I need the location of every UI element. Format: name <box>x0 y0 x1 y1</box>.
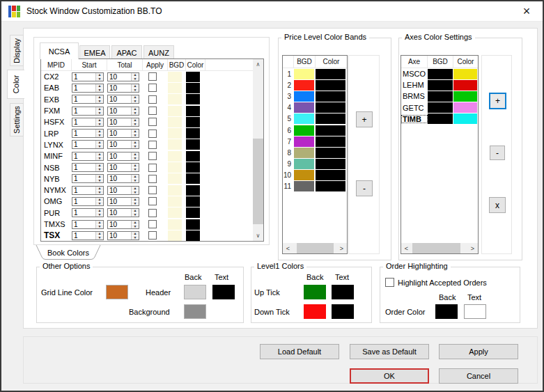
color-swatch[interactable] <box>186 196 200 207</box>
start-spinner[interactable]: 1▲▼ <box>72 107 104 116</box>
bgd-swatch[interactable] <box>168 139 182 150</box>
color-swatch[interactable] <box>186 117 200 127</box>
spin-down-icon[interactable]: ▼ <box>132 77 139 81</box>
start-spinner[interactable]: 1▲▼ <box>72 72 104 81</box>
band-bgd-swatch[interactable] <box>294 91 314 102</box>
header-text-swatch[interactable] <box>212 285 235 299</box>
color-swatch[interactable] <box>186 151 200 162</box>
up-tick-text-swatch[interactable] <box>332 285 354 299</box>
color-swatch[interactable] <box>186 230 200 241</box>
scrollbar-track[interactable] <box>412 243 467 253</box>
apply-checkbox[interactable] <box>148 164 157 172</box>
axe-color-swatch[interactable] <box>453 102 477 113</box>
axe-bgd-swatch[interactable] <box>428 113 453 124</box>
cancel-button[interactable]: Cancel <box>439 368 518 384</box>
apply-checkbox[interactable] <box>148 175 157 183</box>
price-band-row[interactable]: 3 <box>283 91 347 102</box>
spin-down-icon[interactable]: ▼ <box>132 225 139 228</box>
start-spinner[interactable]: 1▲▼ <box>72 152 104 161</box>
spin-down-icon[interactable]: ▼ <box>132 123 139 126</box>
axes-row[interactable]: GETC <box>401 102 478 113</box>
total-spinner[interactable]: 10▲▼ <box>107 140 139 149</box>
band-bgd-swatch[interactable] <box>294 181 314 191</box>
axes-hscrollbar[interactable]: < > <box>401 243 478 253</box>
apply-checkbox[interactable] <box>148 72 157 81</box>
tab-settings[interactable]: Settings <box>10 103 24 136</box>
spin-down-icon[interactable]: ▼ <box>132 191 139 194</box>
ok-button[interactable]: OK <box>350 368 429 384</box>
spin-down-icon[interactable]: ▼ <box>96 236 103 240</box>
tab-display[interactable]: Display <box>10 35 24 66</box>
axe-color-swatch[interactable] <box>453 69 477 79</box>
band-bgd-swatch[interactable] <box>294 102 314 113</box>
price-band-row[interactable]: 9 <box>283 159 347 170</box>
color-swatch[interactable] <box>186 83 200 93</box>
band-bgd-swatch[interactable] <box>294 148 314 158</box>
axes-row[interactable]: LEHM <box>401 79 478 91</box>
apply-checkbox[interactable] <box>148 231 157 240</box>
scroll-left-icon[interactable]: < <box>401 243 412 253</box>
band-bgd-swatch[interactable] <box>294 80 314 91</box>
price-band-row[interactable]: 4 <box>283 102 347 113</box>
price-band-row[interactable]: 7 <box>283 136 347 147</box>
start-spinner[interactable]: 1▲▼ <box>72 118 104 127</box>
total-spinner[interactable]: 10▲▼ <box>107 72 139 81</box>
start-spinner[interactable]: 1▲▼ <box>72 186 104 195</box>
bgd-swatch[interactable] <box>168 185 182 196</box>
start-spinner[interactable]: 1▲▼ <box>72 140 104 149</box>
bgd-swatch[interactable] <box>168 94 182 104</box>
tab-color[interactable]: Color <box>7 70 24 99</box>
total-spinner[interactable]: 10▲▼ <box>107 107 139 116</box>
band-color-swatch[interactable] <box>316 69 345 79</box>
bgd-swatch[interactable] <box>168 151 182 162</box>
band-bgd-swatch[interactable] <box>294 159 314 169</box>
total-spinner[interactable]: 10▲▼ <box>107 208 139 217</box>
axes-row[interactable]: TIMB <box>401 113 478 125</box>
tab-apac[interactable]: APAC <box>111 45 142 59</box>
apply-checkbox[interactable] <box>148 197 157 205</box>
spin-down-icon[interactable]: ▼ <box>96 168 103 171</box>
total-spinner[interactable]: 10▲▼ <box>107 197 139 206</box>
band-bgd-swatch[interactable] <box>294 125 314 136</box>
close-icon[interactable]: × <box>519 3 534 19</box>
axe-bgd-swatch[interactable] <box>428 102 453 113</box>
spin-down-icon[interactable]: ▼ <box>96 77 103 81</box>
down-tick-back-swatch[interactable] <box>304 304 326 319</box>
spin-down-icon[interactable]: ▼ <box>96 88 103 92</box>
bgd-swatch[interactable] <box>168 83 182 93</box>
band-color-swatch[interactable] <box>316 136 345 147</box>
start-spinner[interactable]: 1▲▼ <box>72 84 104 93</box>
color-swatch[interactable] <box>186 128 200 139</box>
spin-down-icon[interactable]: ▼ <box>132 179 139 182</box>
up-tick-back-swatch[interactable] <box>304 285 326 299</box>
total-spinner[interactable]: 10▲▼ <box>107 129 139 138</box>
scroll-left-icon[interactable]: < <box>283 243 293 253</box>
axe-color-swatch[interactable] <box>453 80 477 91</box>
color-swatch[interactable] <box>186 139 200 150</box>
scrollbar-thumb[interactable] <box>412 243 460 253</box>
band-color-swatch[interactable] <box>316 102 345 113</box>
spin-down-icon[interactable]: ▼ <box>96 111 103 115</box>
order-color-text-swatch[interactable] <box>464 304 486 319</box>
color-swatch[interactable] <box>186 162 200 173</box>
scroll-down-icon[interactable]: ∨ <box>253 230 263 241</box>
total-spinner[interactable]: 10▲▼ <box>107 163 139 172</box>
price-band-row[interactable]: 2 <box>283 79 347 91</box>
band-bgd-swatch[interactable] <box>294 170 314 180</box>
scrollbar-track[interactable] <box>253 70 263 230</box>
spin-down-icon[interactable]: ▼ <box>96 134 103 137</box>
price-band-row[interactable]: 1 <box>283 68 347 79</box>
axes-remove-button[interactable]: - <box>490 146 505 160</box>
color-swatch[interactable] <box>186 185 200 196</box>
spin-down-icon[interactable]: ▼ <box>96 202 103 205</box>
save-as-default-button[interactable]: Save as Default <box>350 344 429 359</box>
band-color-swatch[interactable] <box>316 91 345 102</box>
axes-add-button[interactable]: + <box>489 93 506 109</box>
total-spinner[interactable]: 10▲▼ <box>107 152 139 161</box>
order-color-back-swatch[interactable] <box>435 304 458 319</box>
band-color-swatch[interactable] <box>316 113 345 124</box>
start-spinner[interactable]: 1▲▼ <box>72 208 104 217</box>
apply-checkbox[interactable] <box>148 107 157 115</box>
spin-down-icon[interactable]: ▼ <box>96 100 103 103</box>
start-spinner[interactable]: 1▲▼ <box>72 163 104 172</box>
